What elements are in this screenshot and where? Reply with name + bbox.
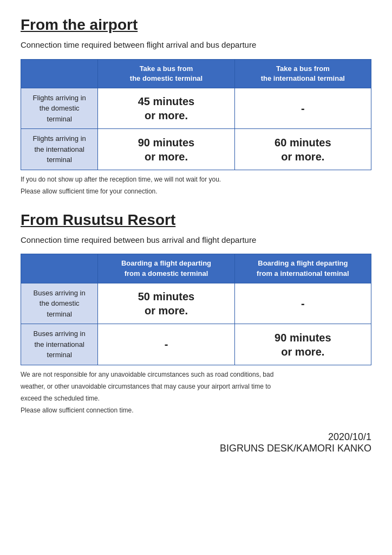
section1-row2-col2: 60 minutes or more. [234,129,371,170]
section1-subtitle: Connection time required between flight … [21,39,371,51]
section2-col1-header: Boarding a flight departing from a domes… [98,254,234,283]
footer: 2020/10/1 BIGRUNS DESK/KAMORI KANKO [21,431,371,454]
section1-col2-header: Take a bus from the international termin… [234,59,371,88]
footer-date: 2020/10/1 [21,431,371,443]
section2-row1-header: Buses arriving in the domestic terminal [21,283,98,324]
section2-col2-header: Boarding a flight departing from a inter… [234,254,371,283]
section1-row2-header: Flights arriving in the international te… [21,129,98,170]
section1-footnote2: Please allow sufficient time for your co… [21,186,371,196]
section2-row2-header: Buses arriving in the international term… [21,324,98,365]
section1-row1-col2: - [234,88,371,129]
section1-row1-col1: 45 minutes or more. [98,88,234,129]
section2-row2-col2: 90 minutes or more. [234,324,371,365]
section2-footnote4: Please allow sufficient connection time. [21,405,371,415]
footer-company: BIGRUNS DESK/KAMORI KANKO [21,443,371,454]
section1-table: Take a bus from the domestic terminal Ta… [21,59,371,170]
section1-title: From the airport [21,16,371,34]
section1-row2-col1: 90 minutes or more. [98,129,234,170]
section2-subtitle: Connection time required between bus arr… [21,234,371,247]
section1-row1-header: Flights arriving in the domestic termina… [21,88,98,129]
section1-footnote1: If you do not show up after the receptio… [21,175,371,184]
section2-footnote2: weather, or other unavoidable circumstan… [21,382,371,391]
section2-footnote1: We are not responsible for any unavoidab… [21,370,371,379]
section2-row1-col2: - [234,283,371,324]
section2-row1-col1: 50 minutes or more. [98,283,234,324]
section1-col1-header: Take a bus from the domestic terminal [98,59,234,88]
section2-footnote3: exceed the scheduled time. [21,393,371,403]
section2-row2-col1: - [98,324,234,365]
section2-title: From Rusutsu Resort [21,211,371,229]
section2-table: Boarding a flight departing from a domes… [21,254,371,365]
